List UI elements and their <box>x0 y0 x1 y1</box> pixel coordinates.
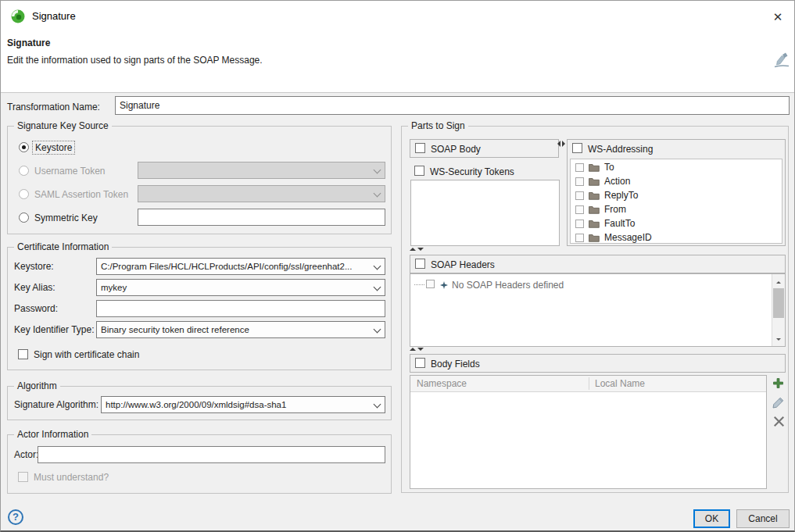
keystore-label: Keystore: <box>14 260 54 273</box>
password-label: Password: <box>14 302 58 315</box>
saml-assertion-token-select <box>138 185 385 202</box>
item-checkbox[interactable] <box>575 220 584 228</box>
folder-icon <box>589 234 600 242</box>
item-checkbox[interactable] <box>575 234 584 242</box>
folder-icon <box>589 205 600 214</box>
list-item-label: To <box>604 162 614 173</box>
actor-input[interactable] <box>38 446 385 463</box>
list-item[interactable]: To <box>571 160 782 174</box>
ws-addressing-panel: WS-Addressing To Action ReplyTo <box>567 139 786 246</box>
scroll-up-icon[interactable] <box>772 274 785 287</box>
symmetric-key-radio[interactable] <box>19 212 29 223</box>
tree-node-checkbox <box>426 280 435 288</box>
close-icon[interactable]: ✕ <box>769 9 786 26</box>
chevron-down-icon <box>374 401 381 409</box>
list-item[interactable]: From <box>571 202 782 216</box>
list-item[interactable]: Action <box>571 174 782 188</box>
tree-branch-line <box>414 284 424 285</box>
banner: Signature Edit the information used to s… <box>1 32 794 93</box>
vertical-scrollbar[interactable] <box>772 274 785 346</box>
folder-icon <box>589 191 600 200</box>
ws-addressing-list: To Action ReplyTo From <box>570 159 782 244</box>
scroll-down-icon[interactable] <box>772 334 785 346</box>
item-checkbox[interactable] <box>575 205 584 214</box>
list-item[interactable]: FaultTo <box>571 216 782 230</box>
group-title-parts-to-sign: Parts to Sign <box>408 120 468 131</box>
transformation-name-label: Transformation Name: <box>7 101 100 113</box>
keystore-select[interactable]: C:/Program Files/HCL/HCLProducts/API/con… <box>96 258 385 275</box>
soap-headers-tree[interactable]: No SOAP Headers defined <box>410 273 786 347</box>
keystore-radio[interactable] <box>19 142 29 152</box>
item-checkbox[interactable] <box>575 177 584 186</box>
signature-pen-icon <box>773 52 790 70</box>
group-parts-to-sign: Parts to Sign SOAP Body WS-Security Toke… <box>401 126 789 493</box>
folder-icon <box>589 163 600 172</box>
list-item-label: From <box>604 204 626 215</box>
item-checkbox[interactable] <box>575 163 584 172</box>
group-algorithm: Algorithm Signature Algorithm: http://ww… <box>7 386 392 420</box>
group-certificate-information: Certificate Information Keystore: C:/Pro… <box>7 247 392 370</box>
edit-icon[interactable] <box>771 397 785 411</box>
splitter-expand-right-icon <box>562 141 565 147</box>
list-item-label: FaultTo <box>604 218 635 229</box>
splitter-collapse-left-icon[interactable] <box>557 141 565 147</box>
transformation-name-input[interactable] <box>115 96 790 115</box>
group-title-signature-key-source: Signature Key Source <box>14 120 112 131</box>
scrollbar-thumb[interactable] <box>773 288 784 318</box>
group-actor-information: Actor Information Actor: Must understand… <box>7 434 392 494</box>
item-checkbox[interactable] <box>575 191 584 200</box>
body-fields-checkbox[interactable] <box>415 358 425 368</box>
soap-body-checkbox[interactable] <box>415 143 425 153</box>
help-icon[interactable]: ? <box>8 509 23 525</box>
list-item-label: Action <box>604 176 630 187</box>
password-field[interactable] <box>96 300 385 317</box>
saml-assertion-token-radio-label: SAML Assertion Token <box>34 188 128 201</box>
body-fields-table[interactable]: Namespace Local Name <box>410 375 767 489</box>
symmetric-key-radio-label: Symmetric Key <box>34 212 98 224</box>
folder-icon <box>589 177 600 186</box>
ok-button[interactable]: OK <box>693 509 730 528</box>
username-token-select <box>138 162 385 179</box>
group-title-algorithm: Algorithm <box>14 380 60 391</box>
chevron-down-icon <box>374 262 381 270</box>
titlebar: Signature ✕ <box>1 1 794 32</box>
cancel-button[interactable]: Cancel <box>736 509 790 528</box>
symmetric-key-input[interactable] <box>138 209 385 226</box>
soap-headers-panel: SOAP Headers <box>410 255 786 273</box>
group-signature-key-source: Signature Key Source Keystore Username T… <box>7 126 392 234</box>
chevron-down-icon <box>374 166 381 174</box>
key-identifier-type-select[interactable]: Binary security token direct reference <box>96 321 385 338</box>
banner-title: Signature <box>7 37 50 48</box>
group-title-certificate-information: Certificate Information <box>14 241 112 252</box>
soap-body-label: SOAP Body <box>431 143 481 155</box>
ws-security-tokens-checkbox[interactable] <box>414 166 424 176</box>
saml-assertion-token-radio <box>19 189 29 199</box>
body-fields-panel: Body Fields <box>410 354 786 373</box>
splitter-collapse-up-icon[interactable] <box>410 348 424 351</box>
ws-security-tokens-list[interactable] <box>410 180 560 246</box>
must-understand-label: Must understand? <box>34 471 109 484</box>
column-header-local-name: Local Name <box>595 378 645 389</box>
key-alias-label: Key Alias: <box>14 281 56 294</box>
splitter-expand-down-icon <box>417 348 424 351</box>
column-header-namespace: Namespace <box>417 378 467 389</box>
ws-addressing-checkbox[interactable] <box>572 143 582 153</box>
username-token-radio <box>19 166 29 176</box>
key-alias-select[interactable]: mykey <box>96 279 385 296</box>
list-item-label: MessageID <box>604 232 652 243</box>
delete-icon[interactable] <box>772 416 786 430</box>
body-fields-label: Body Fields <box>431 358 480 370</box>
soap-headers-checkbox[interactable] <box>415 259 425 269</box>
sign-with-certificate-chain-checkbox[interactable] <box>18 349 28 359</box>
keystore-radio-label[interactable]: Keystore <box>32 141 75 155</box>
splitter-collapse-up-icon[interactable] <box>410 248 424 251</box>
ws-addressing-label: WS-Addressing <box>588 143 653 155</box>
list-item[interactable]: MessageID <box>571 230 782 245</box>
tree-node-icon <box>440 280 448 291</box>
add-icon[interactable] <box>771 377 785 391</box>
list-item[interactable]: ReplyTo <box>571 188 782 202</box>
actor-label: Actor: <box>14 448 38 461</box>
signature-algorithm-select[interactable]: http://www.w3.org/2000/09/xmldsig#dsa-sh… <box>101 396 385 413</box>
splitter-expand-down-icon <box>417 248 424 251</box>
window-title: Signature <box>32 10 76 22</box>
